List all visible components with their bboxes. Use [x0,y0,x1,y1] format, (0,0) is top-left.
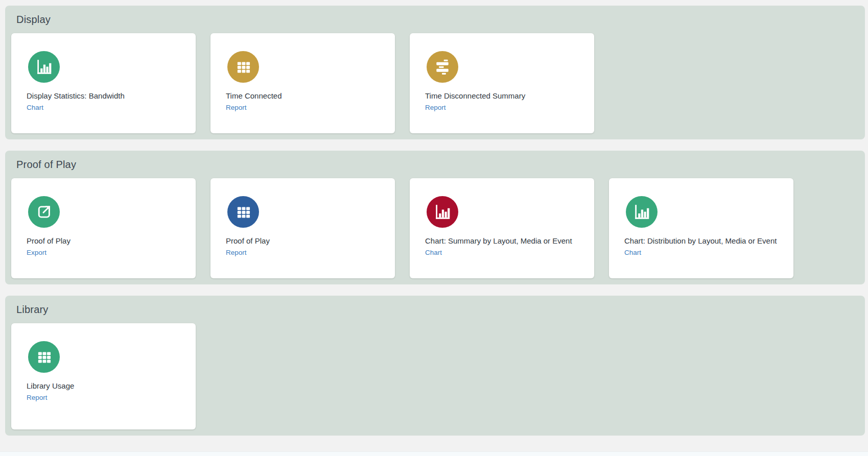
report-section: Display Display Statistics: Bandwidth Ch… [5,6,865,139]
report-card-title: Time Disconnected Summary [425,91,582,101]
report-card[interactable]: Library Usage Report [11,323,196,429]
horizontal-scrollbar-track[interactable] [0,451,868,456]
report-card-action-link[interactable]: Report [226,104,247,111]
report-card[interactable]: Chart: Summary by Layout, Media or Event… [410,178,594,278]
report-section: Proof of Play Proof of Play Export Proof… [5,151,865,284]
report-card[interactable]: Display Statistics: Bandwidth Chart [11,33,196,133]
report-card[interactable]: Time Connected Report [210,33,395,133]
report-card-title: Chart: Summary by Layout, Media or Event [425,236,582,246]
sections-container: Display Display Statistics: Bandwidth Ch… [5,6,865,436]
report-card-action-link[interactable]: Chart [27,104,43,111]
report-card-title: Library Usage [27,381,183,391]
report-card-action-link[interactable]: Report [425,104,446,111]
report-card-action-link[interactable]: Report [226,249,247,256]
report-card[interactable]: Proof of Play Report [210,178,395,278]
report-card[interactable]: Proof of Play Export [11,178,196,278]
report-card-title: Chart: Distribution by Layout, Media or … [624,236,781,246]
report-card-title: Proof of Play [226,236,383,246]
section-title: Display [16,14,859,26]
bar-chart-icon [626,196,658,228]
table-grid-icon [28,341,60,373]
external-link-icon [28,196,60,228]
report-card-action-link[interactable]: Export [27,249,46,256]
report-card-title: Display Statistics: Bandwidth [27,91,183,101]
report-card-action-link[interactable]: Chart [425,249,442,256]
table-grid-icon [227,196,259,228]
report-card-action-link[interactable]: Chart [624,249,641,256]
table-grid-icon [227,51,259,83]
reports-page: Display Display Statistics: Bandwidth Ch… [0,0,868,436]
report-card[interactable]: Time Disconnected Summary Report [410,33,594,133]
card-grid: Proof of Play Export Proof of Play Repor… [11,178,859,278]
card-grid: Library Usage Report [11,323,859,429]
card-grid: Display Statistics: Bandwidth Chart Time… [11,33,859,133]
report-card[interactable]: Chart: Distribution by Layout, Media or … [609,178,793,278]
bar-chart-icon [427,196,458,228]
server-list-icon [427,51,458,83]
bar-chart-icon [28,51,60,83]
report-card-action-link[interactable]: Report [27,394,48,401]
section-title: Proof of Play [16,159,859,171]
report-card-title: Time Connected [226,91,383,101]
report-section: Library Library Usage Report [5,296,865,436]
section-title: Library [16,304,859,316]
report-card-title: Proof of Play [27,236,183,246]
